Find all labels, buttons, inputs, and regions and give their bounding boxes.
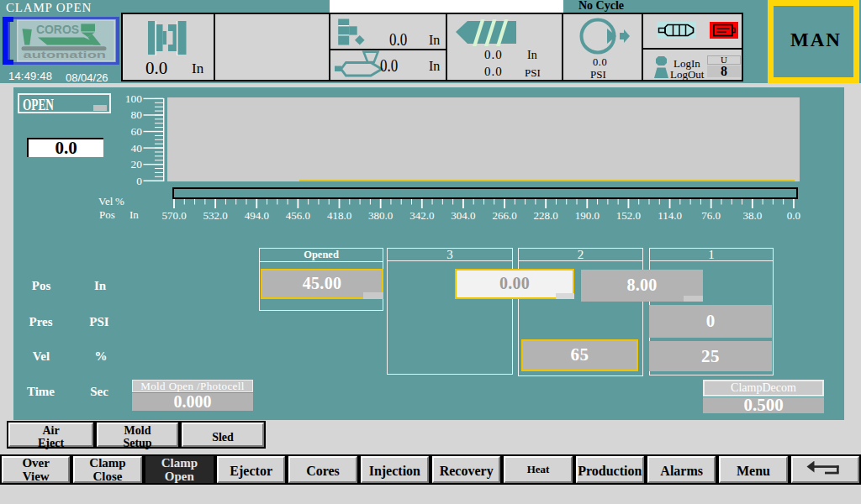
svg-text:100: 100 xyxy=(125,92,143,105)
svg-text:342.0: 342.0 xyxy=(409,209,434,222)
svg-text:532.0: 532.0 xyxy=(203,209,228,222)
svg-text:494.0: 494.0 xyxy=(245,209,269,222)
svg-text:570.0: 570.0 xyxy=(161,209,186,222)
svg-text:152.0: 152.0 xyxy=(616,209,641,222)
svg-text:418.0: 418.0 xyxy=(327,209,351,222)
svg-text:80: 80 xyxy=(131,108,143,121)
svg-text:38.0: 38.0 xyxy=(742,209,762,222)
svg-text:456.0: 456.0 xyxy=(286,209,310,222)
svg-text:304.0: 304.0 xyxy=(451,209,475,222)
svg-text:76.0: 76.0 xyxy=(701,209,721,222)
svg-text:COROS: COROS xyxy=(36,22,79,36)
svg-text:114.0: 114.0 xyxy=(658,209,682,222)
svg-text:190.0: 190.0 xyxy=(575,209,600,222)
svg-text:40: 40 xyxy=(131,142,143,155)
svg-text:266.0: 266.0 xyxy=(492,209,516,222)
svg-text:380.0: 380.0 xyxy=(368,209,393,222)
svg-text:60: 60 xyxy=(131,125,143,138)
svg-text:0.0: 0.0 xyxy=(787,209,800,222)
svg-text:automation: automation xyxy=(24,50,107,60)
svg-text:20: 20 xyxy=(131,158,143,171)
svg-text:0: 0 xyxy=(136,175,142,187)
svg-text:228.0: 228.0 xyxy=(534,209,558,222)
